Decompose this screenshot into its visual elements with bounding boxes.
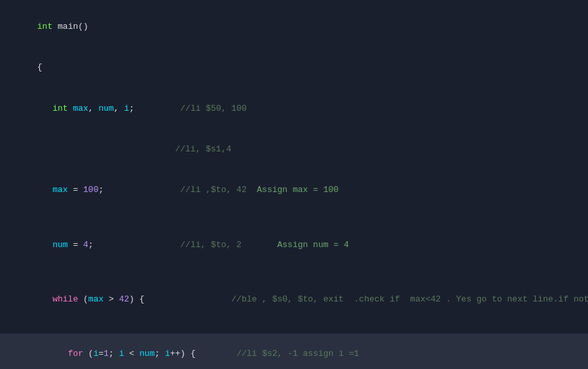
code-line-4: //li, $s1,4: [0, 129, 588, 170]
code-line-7: num = 4; //li, $to, 2 Assign num = 4: [0, 225, 588, 265]
fn-name: main: [58, 22, 78, 31]
code-line-3: int max, num, i; //li $50, 100: [0, 88, 588, 129]
code-line-8: [0, 265, 588, 279]
code-line-5: max = 100; //li ,$to, 42 Assign max = 10…: [0, 170, 588, 211]
keyword-int: int: [37, 22, 58, 31]
code-line-11: for (i=1; i < num; i++) { //li $s2, -1 a…: [0, 334, 588, 369]
code-line-6: [0, 211, 588, 225]
code-editor: int main() { int max, num, i; //li $50, …: [0, 0, 588, 369]
code-line-1: int main(): [0, 7, 588, 47]
code-line-9: while (max > 42) { //ble , $s0, $to, exi…: [0, 279, 588, 320]
code-line-2: {: [0, 47, 588, 88]
code-line-10: [0, 320, 588, 334]
